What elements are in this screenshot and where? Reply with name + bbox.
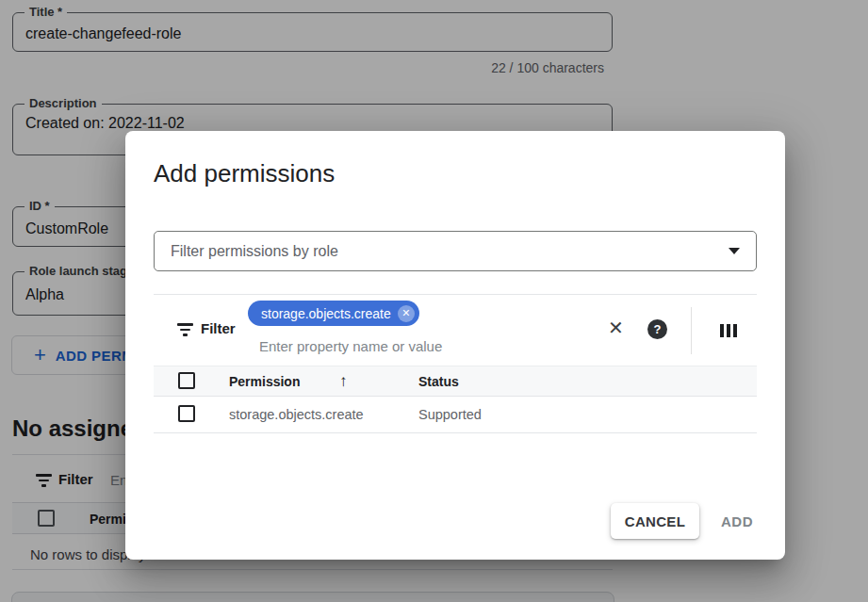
- dialog-table-header: Permission ↑ Status: [154, 366, 757, 397]
- filter-toolbar: Filter storage.objects.create ✕ Enter pr…: [154, 294, 757, 366]
- filter-input[interactable]: Enter property name or value: [259, 338, 442, 354]
- sort-ascending-icon[interactable]: ↑: [339, 372, 348, 391]
- dialog-title: Add permissions: [154, 159, 335, 188]
- table-row[interactable]: storage.objects.create Supported: [154, 397, 757, 433]
- clear-filters-icon[interactable]: ✕: [608, 318, 624, 337]
- column-header-status: Status: [418, 374, 459, 389]
- row-status: Supported: [418, 407, 482, 422]
- select-all-checkbox[interactable]: [178, 372, 195, 389]
- add-button[interactable]: ADD: [708, 503, 766, 539]
- filter-icon: [177, 323, 193, 336]
- filter-chip[interactable]: storage.objects.create ✕: [248, 301, 419, 326]
- help-icon[interactable]: ?: [647, 319, 667, 339]
- column-header-permission[interactable]: Permission: [229, 374, 300, 389]
- screen: Title * create-changefeed-role 22 / 100 …: [0, 0, 868, 602]
- cancel-button[interactable]: CANCEL: [611, 503, 699, 539]
- chip-remove-icon[interactable]: ✕: [398, 305, 415, 322]
- row-checkbox[interactable]: [178, 405, 195, 422]
- row-permission: storage.objects.create: [229, 407, 364, 422]
- role-filter-dropdown[interactable]: Filter permissions by role: [154, 231, 757, 271]
- divider: [691, 307, 692, 354]
- dropdown-arrow-icon: [729, 248, 740, 254]
- role-filter-placeholder: Filter permissions by role: [171, 243, 338, 260]
- add-permissions-dialog: Add permissions Filter permissions by ro…: [125, 131, 785, 560]
- filter-chip-label: storage.objects.create: [261, 306, 391, 321]
- column-display-options-icon[interactable]: [718, 324, 738, 337]
- filter-label: Filter: [201, 320, 236, 336]
- help-icon-glyph: ?: [654, 322, 662, 336]
